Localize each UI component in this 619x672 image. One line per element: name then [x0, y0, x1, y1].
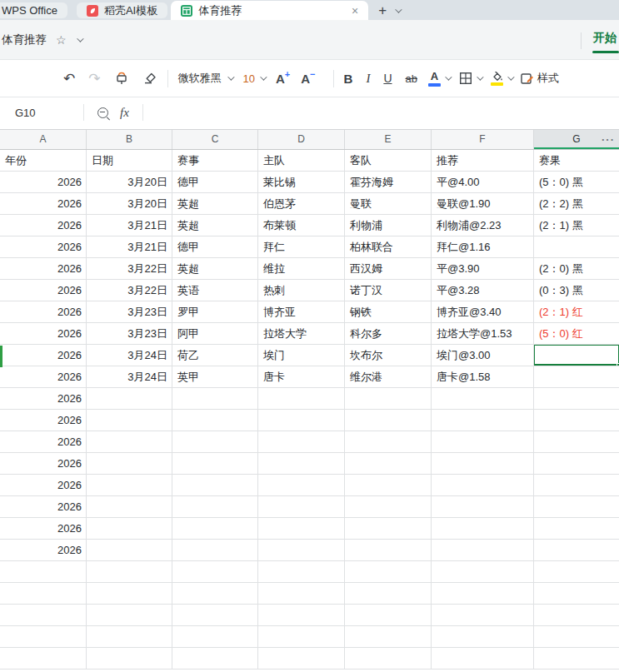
- cell[interactable]: [0, 561, 87, 583]
- column-header-B[interactable]: B: [87, 130, 172, 149]
- cell[interactable]: [432, 518, 534, 540]
- cell-league[interactable]: 英超: [172, 215, 258, 236]
- cell-home-team[interactable]: 埃门: [258, 345, 345, 366]
- name-box[interactable]: G10: [0, 107, 83, 119]
- cell[interactable]: [534, 496, 619, 518]
- cell[interactable]: [432, 410, 534, 431]
- cell[interactable]: [258, 583, 345, 605]
- header-cell[interactable]: 客队: [345, 150, 432, 172]
- cell[interactable]: [0, 648, 87, 670]
- font-color-button[interactable]: A: [428, 71, 450, 87]
- column-header-E[interactable]: E: [345, 130, 432, 149]
- borders-button[interactable]: [459, 72, 482, 85]
- cell-result[interactable]: (5：0) 红: [534, 323, 619, 345]
- cell-result[interactable]: (0：3) 黑: [534, 280, 619, 301]
- font-size-select[interactable]: 10: [243, 72, 265, 85]
- header-cell[interactable]: 日期: [87, 150, 172, 172]
- cell-date[interactable]: 3月22日: [87, 280, 172, 301]
- cell[interactable]: [87, 475, 172, 496]
- cell-home-team[interactable]: 莱比锡: [258, 172, 345, 193]
- cell[interactable]: [534, 453, 619, 475]
- cell[interactable]: [87, 540, 172, 561]
- cell-away-team[interactable]: 霍芬海姆: [345, 172, 432, 193]
- cell-date[interactable]: 3月24日: [87, 366, 172, 388]
- cell-tip[interactable]: 平@4.00: [432, 172, 534, 193]
- cell[interactable]: [172, 648, 258, 670]
- cell[interactable]: [258, 431, 345, 453]
- cell[interactable]: [258, 540, 345, 561]
- cell-tip[interactable]: 拉塔大学@1.53: [432, 323, 534, 345]
- cell-result[interactable]: [534, 236, 619, 258]
- cell[interactable]: [432, 561, 534, 583]
- cell-away-team[interactable]: 曼联: [345, 193, 432, 215]
- cell[interactable]: [345, 410, 432, 431]
- cell-year[interactable]: 2026: [0, 280, 87, 301]
- cell[interactable]: [172, 453, 258, 475]
- cell-league[interactable]: 英超: [172, 193, 258, 215]
- cell[interactable]: [0, 583, 87, 605]
- cell[interactable]: [534, 605, 619, 626]
- cell-date[interactable]: 3月23日: [87, 301, 172, 323]
- cell-date[interactable]: 3月21日: [87, 215, 172, 236]
- cell-year[interactable]: 2026: [0, 496, 87, 518]
- cell[interactable]: [534, 410, 619, 431]
- cell[interactable]: [87, 561, 172, 583]
- cell-tip[interactable]: 唐卡@1.58: [432, 366, 534, 388]
- grid-more-button[interactable]: ···: [602, 130, 615, 149]
- cell[interactable]: [345, 453, 432, 475]
- cell[interactable]: [534, 475, 619, 496]
- header-cell[interactable]: 主队: [258, 150, 345, 172]
- cell[interactable]: [534, 648, 619, 670]
- ribbon-tab-home[interactable]: 开始: [593, 31, 617, 46]
- undo-button[interactable]: ↶: [63, 72, 75, 86]
- cell-year[interactable]: 2026: [0, 345, 87, 366]
- underline-button[interactable]: U: [383, 72, 392, 85]
- column-header-D[interactable]: D: [258, 130, 345, 149]
- strikethrough-button[interactable]: ab: [406, 72, 417, 85]
- cell-year[interactable]: 2026: [0, 193, 87, 215]
- cell[interactable]: [87, 626, 172, 648]
- cell[interactable]: [432, 540, 534, 561]
- cell-league[interactable]: 英超: [172, 258, 258, 280]
- cell[interactable]: [258, 475, 345, 496]
- cell-league[interactable]: 英语: [172, 280, 258, 301]
- cell[interactable]: [258, 518, 345, 540]
- bold-button[interactable]: B: [344, 72, 353, 86]
- tab-sheet-active[interactable]: 体育推荐 ×: [171, 1, 368, 20]
- tab-list-chevron-icon[interactable]: [395, 6, 402, 12]
- cell[interactable]: [258, 453, 345, 475]
- header-cell[interactable]: 赛事: [172, 150, 258, 172]
- cell-date[interactable]: 3月20日: [87, 193, 172, 215]
- cell-date[interactable]: 3月22日: [87, 258, 172, 280]
- cell-home-team[interactable]: 伯恩茅: [258, 193, 345, 215]
- cell[interactable]: [534, 583, 619, 605]
- column-header-F[interactable]: F: [432, 130, 534, 149]
- italic-button[interactable]: I: [366, 72, 370, 86]
- cell-league[interactable]: 荷乙: [172, 345, 258, 366]
- cell[interactable]: [87, 388, 172, 410]
- increase-font-button[interactable]: A +: [276, 72, 290, 86]
- column-header-A[interactable]: A: [0, 130, 87, 149]
- cell[interactable]: [345, 605, 432, 626]
- cell[interactable]: [345, 648, 432, 670]
- clear-format-button[interactable]: [142, 71, 157, 86]
- header-cell[interactable]: 推荐: [432, 150, 534, 172]
- star-icon[interactable]: ☆: [56, 33, 67, 47]
- cell-tip[interactable]: 拜仁@1.16: [432, 236, 534, 258]
- cell-league[interactable]: 阿甲: [172, 323, 258, 345]
- cell-away-team[interactable]: 维尔港: [345, 366, 432, 388]
- cell-league[interactable]: 罗甲: [172, 301, 258, 323]
- cell-result[interactable]: (2：2) 黑: [534, 193, 619, 215]
- cell-date[interactable]: 3月23日: [87, 323, 172, 345]
- cell[interactable]: [172, 561, 258, 583]
- insert-function-button[interactable]: fx: [120, 106, 129, 120]
- cell-home-team[interactable]: 拉塔大学: [258, 323, 345, 345]
- cell-year[interactable]: 2026: [0, 323, 87, 345]
- cell-league[interactable]: 英甲: [172, 366, 258, 388]
- cell-away-team[interactable]: 诺丁汉: [345, 280, 432, 301]
- cell[interactable]: [258, 410, 345, 431]
- cell[interactable]: [534, 540, 619, 561]
- cell-year[interactable]: 2026: [0, 172, 87, 193]
- cell[interactable]: [534, 388, 619, 410]
- cell-result[interactable]: (2：0) 黑: [534, 258, 619, 280]
